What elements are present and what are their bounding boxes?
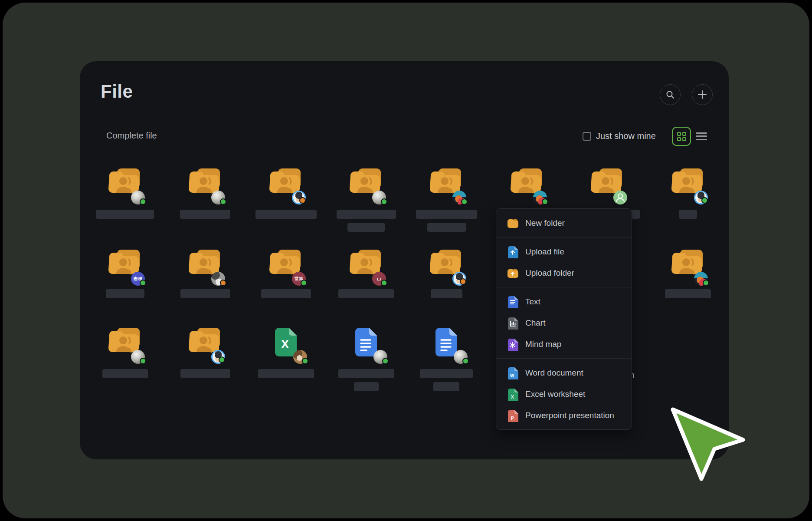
page-title: File bbox=[101, 81, 133, 102]
menu-group: WWord document XExcel worksheet PPowerpo… bbox=[496, 359, 632, 429]
svg-text:P: P bbox=[511, 416, 514, 421]
text-icon bbox=[507, 295, 518, 308]
status-dot-orange bbox=[299, 197, 306, 204]
file-name-placeholder bbox=[416, 210, 477, 219]
menu-item-excel[interactable]: XExcel worksheet bbox=[496, 383, 632, 405]
file-name-placeholder bbox=[427, 223, 466, 232]
file-name-placeholder bbox=[96, 210, 154, 219]
svg-text:X: X bbox=[511, 395, 514, 399]
member-avatar-text: 世旭 bbox=[292, 272, 306, 286]
member-avatar-moon bbox=[372, 191, 386, 204]
file-name-placeholder bbox=[261, 289, 311, 298]
cursor-pointer bbox=[668, 404, 752, 488]
excel-icon: X bbox=[507, 388, 518, 401]
menu-group: New folder bbox=[496, 209, 632, 237]
menu-item-label: Mind map bbox=[525, 340, 561, 349]
file-name-placeholder bbox=[258, 369, 314, 378]
status-dot-green bbox=[140, 358, 146, 364]
status-dot-green bbox=[301, 280, 307, 286]
grid-view-button[interactable] bbox=[672, 127, 691, 146]
plus-icon bbox=[697, 90, 707, 99]
status-dot-green bbox=[542, 198, 548, 205]
status-dot-green bbox=[381, 198, 387, 205]
file-name-placeholder bbox=[338, 289, 394, 298]
member-avatar-text: LI bbox=[372, 272, 386, 286]
upload-folder-icon bbox=[507, 268, 518, 278]
member-avatar-brown bbox=[293, 350, 307, 364]
menu-item-label: Upload folder bbox=[525, 268, 574, 278]
add-button[interactable] bbox=[692, 84, 713, 105]
menu-item-label: Powerpoint presentation bbox=[525, 411, 614, 420]
header-divider bbox=[100, 118, 708, 118]
member-avatar-moon bbox=[373, 350, 387, 364]
file-name-placeholder bbox=[420, 369, 473, 378]
member-avatar-anime bbox=[452, 191, 466, 204]
status-dot-green bbox=[219, 356, 225, 363]
menu-item-new-folder[interactable]: New folder bbox=[496, 212, 632, 234]
new-folder-icon bbox=[507, 218, 518, 228]
svg-text:W: W bbox=[510, 373, 514, 378]
member-avatar-anime bbox=[533, 191, 547, 204]
menu-item-chart[interactable]: Chart bbox=[496, 312, 632, 333]
grid-view-icon bbox=[677, 132, 686, 141]
list-view-icon bbox=[696, 132, 707, 134]
menu-item-text[interactable]: Text bbox=[496, 291, 632, 312]
status-dot-green bbox=[381, 280, 387, 286]
menu-item-word[interactable]: WWord document bbox=[496, 362, 632, 383]
member-avatar-cat bbox=[211, 272, 225, 286]
file-name-placeholder bbox=[354, 382, 379, 391]
file-name-placeholder bbox=[180, 369, 230, 378]
search-icon bbox=[665, 90, 675, 99]
status-dot-green bbox=[461, 198, 468, 205]
file-name-placeholder bbox=[338, 369, 394, 378]
member-avatar-moon bbox=[131, 350, 145, 364]
member-avatar-boy-blue bbox=[292, 191, 306, 204]
status-dot-orange bbox=[460, 278, 466, 285]
member-avatar-boy-blue bbox=[452, 272, 466, 286]
file-manager-window: File Complete file Just show mine bbox=[80, 61, 729, 459]
member-avatar-boy-blue bbox=[694, 191, 708, 204]
menu-item-label: Excel worksheet bbox=[525, 389, 585, 399]
section-label: Complete file bbox=[106, 131, 157, 141]
file-name-placeholder bbox=[106, 289, 144, 298]
member-avatar-text: 志程 bbox=[131, 272, 145, 286]
member-avatar-moon bbox=[211, 191, 225, 204]
menu-item-upload-file[interactable]: Upload file bbox=[496, 241, 632, 262]
file-name-placeholder bbox=[180, 289, 230, 298]
menu-item-label: Upload file bbox=[525, 247, 564, 257]
file-name-placeholder bbox=[433, 382, 459, 391]
just-show-mine-checkbox[interactable] bbox=[583, 132, 591, 141]
svg-text:X: X bbox=[281, 338, 289, 351]
word-icon: W bbox=[507, 366, 518, 379]
menu-item-label: New folder bbox=[525, 218, 565, 228]
just-show-mine-label[interactable]: Just show mine bbox=[596, 131, 656, 141]
file-name-placeholder bbox=[337, 210, 396, 219]
menu-item-label: Text bbox=[525, 297, 540, 307]
file-name-placeholder bbox=[102, 369, 148, 378]
list-view-button[interactable] bbox=[696, 131, 707, 142]
menu-group: Upload file Upload folder bbox=[496, 237, 632, 287]
file-name-placeholder bbox=[255, 210, 317, 219]
menu-item-upload-folder[interactable]: Upload folder bbox=[496, 262, 632, 284]
member-avatar-green-person bbox=[613, 191, 627, 204]
file-name-placeholder bbox=[679, 210, 697, 219]
status-dot-green bbox=[703, 280, 709, 286]
person-outline-icon bbox=[613, 191, 627, 204]
menu-group: Text Chart Mind map bbox=[496, 287, 632, 358]
file-name-placeholder bbox=[665, 289, 711, 298]
member-avatar-boy-blue bbox=[211, 350, 225, 364]
menu-item-label: Chart bbox=[525, 318, 545, 328]
status-dot-green bbox=[302, 358, 308, 364]
mindmap-icon bbox=[507, 338, 518, 351]
search-button[interactable] bbox=[660, 84, 681, 105]
upload-file-icon bbox=[507, 245, 518, 258]
menu-item-label: Word document bbox=[525, 368, 583, 378]
chart-icon bbox=[507, 317, 518, 330]
status-dot-green bbox=[382, 358, 389, 364]
status-dot-green bbox=[701, 197, 708, 204]
status-dot-green bbox=[140, 198, 146, 205]
ppt-icon: P bbox=[507, 409, 518, 422]
menu-item-ppt[interactable]: PPowerpoint presentation bbox=[496, 405, 632, 426]
menu-item-mindmap[interactable]: Mind map bbox=[496, 333, 632, 355]
status-dot-green bbox=[140, 280, 146, 286]
